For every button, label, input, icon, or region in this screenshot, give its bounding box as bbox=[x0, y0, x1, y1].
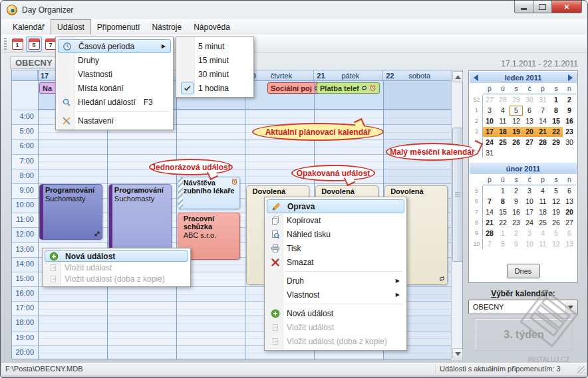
mini-calendar-day-8[interactable]: 8 bbox=[496, 239, 510, 249]
mini-calendar-january[interactable]: leden 2011púsčpsn52272829303112134567892… bbox=[469, 72, 577, 159]
mini-calendar-day-28[interactable]: 28 bbox=[496, 95, 510, 105]
mini-calendar-day-14[interactable]: 14 bbox=[483, 207, 496, 217]
mini-calendar-day-22[interactable]: 22 bbox=[549, 127, 563, 137]
menu-item-15-minut[interactable]: 15 minut bbox=[178, 53, 251, 67]
mini-calendar-day-1[interactable]: 1 bbox=[496, 186, 510, 196]
mini-calendar-day-7[interactable]: 7 bbox=[536, 106, 549, 116]
mini-calendar-day-26[interactable]: 26 bbox=[549, 218, 563, 228]
mini-calendar-day-12[interactable]: 12 bbox=[510, 116, 523, 126]
mini-calendar-day-12[interactable]: 12 bbox=[549, 239, 563, 249]
mini-calendar-day-6[interactable]: 6 bbox=[523, 106, 536, 116]
mini-calendar-day-2[interactable]: 2 bbox=[510, 186, 523, 196]
menu-item-5-minut[interactable]: 5 minut bbox=[178, 39, 251, 53]
mini-calendar-day-27[interactable]: 27 bbox=[523, 138, 536, 147]
scroll-up-arrow[interactable] bbox=[452, 71, 463, 82]
mini-calendar-day-10[interactable]: 10 bbox=[523, 197, 536, 207]
menu-item-nova-udalost[interactable]: Nová událost bbox=[267, 306, 404, 320]
mini-calendar-day-30[interactable]: 30 bbox=[563, 138, 576, 147]
mini-calendar-day-15[interactable]: 15 bbox=[496, 207, 510, 217]
calendar-select[interactable]: OBECNY bbox=[468, 300, 578, 314]
mini-calendar-day-5[interactable]: 5 bbox=[549, 186, 563, 196]
mini-calendar-day-8[interactable]: 8 bbox=[496, 197, 510, 207]
vertical-scrollbar[interactable] bbox=[451, 70, 462, 360]
mini-calendar-day-28[interactable]: 28 bbox=[483, 229, 496, 238]
menu-item-oprava[interactable]: Oprava bbox=[267, 199, 404, 213]
mini-calendar-day-9[interactable]: 9 bbox=[563, 106, 576, 116]
mini-calendar-day-19[interactable]: 19 bbox=[549, 207, 563, 217]
mini-calendar-day-3[interactable]: 3 bbox=[483, 106, 496, 116]
menu-item-hledani-udalosti[interactable]: Hledání událostíF3 bbox=[58, 95, 171, 109]
mini-calendar-day-9[interactable]: 9 bbox=[510, 197, 523, 207]
event-navsteva-zubniho-lekare-2[interactable]: Návštěva zubního lékaře bbox=[178, 177, 241, 209]
mini-calendar-day-9[interactable]: 9 bbox=[510, 239, 523, 249]
menu-item-casova-perioda[interactable]: Časová perioda▶ bbox=[58, 39, 171, 53]
mini-calendar-day-8[interactable]: 8 bbox=[549, 106, 563, 116]
mini-calendar-day-16[interactable]: 16 bbox=[563, 116, 576, 126]
mini-calendar-day-7[interactable]: 7 bbox=[483, 197, 496, 207]
menubar-item-napoveda[interactable]: Nápověda bbox=[188, 19, 236, 35]
menu-item-smazat[interactable]: Smazat bbox=[267, 255, 404, 269]
resize-grip[interactable] bbox=[577, 366, 585, 374]
menu-item-druh[interactable]: Druh▶ bbox=[267, 274, 404, 288]
mini-calendar-day-11[interactable]: 11 bbox=[496, 116, 510, 126]
minimize-button[interactable] bbox=[514, 1, 533, 13]
mini-calendar-day-1[interactable]: 1 bbox=[496, 229, 510, 238]
mini-calendar-day-25[interactable]: 25 bbox=[536, 218, 549, 228]
toolbar-grip[interactable] bbox=[4, 38, 7, 50]
mini-calendar-day-4[interactable]: 4 bbox=[536, 186, 549, 196]
mini-calendar-day-7[interactable]: 7 bbox=[483, 239, 496, 249]
mini-calendar-day-28[interactable]: 28 bbox=[536, 138, 549, 147]
menubar-item-kalendar[interactable]: Kalendář bbox=[7, 19, 51, 35]
chevron-down-icon[interactable] bbox=[565, 301, 577, 313]
mini-calendar-day-14[interactable]: 14 bbox=[536, 116, 549, 126]
mini-calendar-day-27[interactable]: 27 bbox=[483, 95, 496, 105]
mini-calendar-day-2[interactable]: 2 bbox=[510, 229, 523, 238]
maximize-button[interactable] bbox=[533, 1, 552, 13]
event-programovani-0[interactable]: ProgramováníSuchomasty bbox=[39, 184, 102, 240]
mini-calendar-day-24[interactable]: 24 bbox=[523, 218, 536, 228]
mini-calendar-day-11[interactable]: 11 bbox=[536, 197, 549, 207]
menu-item-druhy[interactable]: Druhy bbox=[58, 53, 171, 67]
mini-calendar-day-13[interactable]: 13 bbox=[563, 239, 576, 249]
next-month-arrow-icon[interactable] bbox=[568, 74, 573, 81]
mini-calendar-day-3[interactable]: 3 bbox=[523, 186, 536, 196]
menu-item-nastaveni[interactable]: Nastavení bbox=[58, 114, 171, 128]
mini-calendar-day-23[interactable]: 23 bbox=[563, 127, 576, 137]
mini-calendar-day-17[interactable]: 17 bbox=[483, 127, 496, 137]
mini-calendar-day-24[interactable]: 24 bbox=[483, 138, 496, 147]
menu-item-30-minut[interactable]: 30 minut bbox=[178, 67, 251, 81]
today-button[interactable]: Dnes bbox=[507, 264, 540, 278]
mini-calendar-day-16[interactable]: 16 bbox=[510, 207, 523, 217]
mini-calendar-day-30[interactable]: 30 bbox=[523, 95, 536, 105]
mini-calendar-day-25[interactable]: 25 bbox=[496, 138, 510, 147]
scroll-down-arrow[interactable] bbox=[452, 348, 463, 359]
mini-calendar-day-20[interactable]: 20 bbox=[523, 127, 536, 137]
mini-calendar-day-21[interactable]: 21 bbox=[536, 127, 549, 137]
mini-calendar-day-23[interactable]: 23 bbox=[510, 218, 523, 228]
mini-calendar-day-11[interactable]: 11 bbox=[536, 239, 549, 249]
menu-item-vlastnost[interactable]: Vlastnost▶ bbox=[267, 288, 404, 302]
menubar-item-udalost[interactable]: Událost bbox=[51, 19, 91, 35]
mini-calendar-day-22[interactable]: 22 bbox=[496, 218, 510, 228]
prev-month-arrow-icon[interactable] bbox=[474, 74, 478, 81]
mini-calendar-day-6[interactable]: 6 bbox=[563, 186, 576, 196]
mini-calendar-day-29[interactable]: 29 bbox=[549, 138, 563, 147]
mini-calendar-day-19[interactable]: 19 bbox=[510, 127, 523, 137]
mini-calendar-day-13[interactable]: 13 bbox=[523, 116, 536, 126]
mini-calendar-day-2[interactable]: 2 bbox=[563, 95, 576, 105]
mini-calendar-day-17[interactable]: 17 bbox=[523, 207, 536, 217]
menu-item-1-hodina[interactable]: 1 hodina bbox=[178, 81, 251, 95]
mini-calendar-day-31[interactable]: 31 bbox=[483, 148, 496, 158]
close-button[interactable]: ✕ bbox=[552, 1, 582, 13]
calendar-workweek-icon[interactable]: 5 bbox=[26, 37, 42, 52]
mini-calendar-day-18[interactable]: 18 bbox=[496, 127, 510, 137]
mini-calendar-day-4[interactable]: 4 bbox=[536, 229, 549, 238]
menubar-item-pripomenuti[interactable]: Připomenutí bbox=[91, 19, 146, 35]
menu-item-tisk[interactable]: Tisk bbox=[267, 241, 404, 255]
mini-calendar-day-13[interactable]: 13 bbox=[563, 197, 576, 207]
mini-calendar-day-31[interactable]: 31 bbox=[536, 95, 549, 105]
title-bar[interactable]: Day Organizer ✕ bbox=[1, 1, 587, 19]
mini-calendar-day-6[interactable]: 6 bbox=[563, 229, 576, 238]
mini-calendar-day-3[interactable]: 3 bbox=[523, 229, 536, 238]
mini-calendar-day-20[interactable]: 20 bbox=[563, 207, 576, 217]
